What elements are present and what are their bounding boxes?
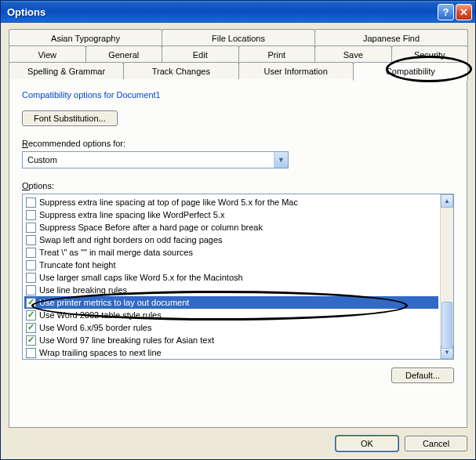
vertical-scrollbar[interactable]: ▲ ▼ bbox=[440, 194, 453, 359]
option-item[interactable]: Use larger small caps like Word 5.x for … bbox=[24, 271, 438, 284]
tab-edit[interactable]: Edit bbox=[162, 45, 239, 63]
options-label: Options: bbox=[22, 181, 454, 190]
font-substitution-button[interactable]: Font Substitution... bbox=[22, 110, 118, 126]
help-icon: ? bbox=[443, 6, 449, 18]
recommended-combo[interactable]: Custom ▼ bbox=[22, 151, 289, 168]
scroll-up-button[interactable]: ▲ bbox=[441, 194, 453, 208]
option-checkbox[interactable] bbox=[26, 210, 36, 220]
tab-compatibility[interactable]: Compatibility bbox=[353, 62, 468, 81]
client-area: Asian Typography File Locations Japanese… bbox=[1, 23, 475, 459]
option-item[interactable]: Use Word 2002 table style rules bbox=[24, 309, 438, 321]
option-label: Use Word 6.x/95 border rules bbox=[39, 323, 151, 332]
option-item[interactable]: Truncate font height bbox=[24, 259, 438, 271]
option-label: Use larger small caps like Word 5.x for … bbox=[39, 273, 243, 282]
scroll-track[interactable] bbox=[441, 208, 453, 346]
option-label: Swap left and right borders on odd facin… bbox=[39, 235, 223, 244]
option-label: Suppress extra line spacing like WordPer… bbox=[39, 210, 224, 219]
options-dialog: Options ? ✕ Asian Typography File Locati… bbox=[0, 0, 476, 460]
tab-user-information[interactable]: User Information bbox=[238, 62, 354, 79]
cancel-button[interactable]: Cancel bbox=[405, 436, 467, 451]
close-button[interactable]: ✕ bbox=[456, 4, 472, 20]
tab-strip: Asian Typography File Locations Japanese… bbox=[9, 29, 467, 79]
option-label: Use line breaking rules bbox=[39, 285, 127, 295]
option-item[interactable]: Swap left and right borders on odd facin… bbox=[24, 234, 438, 246]
compatibility-panel: Compatibility options for Document1 Font… bbox=[9, 79, 467, 428]
option-label: Use printer metrics to lay out document bbox=[39, 298, 189, 307]
tab-spelling-grammar[interactable]: Spelling & Grammar bbox=[9, 62, 124, 79]
tab-japanese-find[interactable]: Japanese Find bbox=[314, 29, 468, 46]
options-listbox[interactable]: Suppress extra line spacing at top of pa… bbox=[22, 194, 454, 360]
option-checkbox[interactable] bbox=[26, 310, 36, 321]
option-checkbox[interactable] bbox=[26, 273, 36, 283]
dialog-button-row: OK Cancel bbox=[9, 428, 467, 451]
option-item[interactable]: Wrap trailing spaces to next line bbox=[24, 346, 438, 359]
option-checkbox[interactable] bbox=[26, 260, 36, 270]
recommended-combo-value: Custom bbox=[23, 155, 274, 165]
option-item[interactable]: Use printer metrics to lay out document bbox=[24, 296, 438, 309]
option-label: Suppress Space Before after a hard page … bbox=[39, 223, 263, 232]
option-checkbox[interactable] bbox=[26, 323, 36, 333]
close-icon: ✕ bbox=[460, 6, 468, 18]
tab-general[interactable]: General bbox=[85, 45, 163, 63]
panel-heading: Compatibility options for Document1 bbox=[22, 90, 454, 100]
ok-button[interactable]: OK bbox=[336, 436, 398, 451]
option-label: Use Word 2002 table style rules bbox=[39, 310, 162, 320]
recommended-label: Recommended options for: bbox=[22, 139, 454, 148]
option-item[interactable]: Use line breaking rules bbox=[24, 284, 438, 296]
option-label: Use Word 97 line breaking rules for Asia… bbox=[39, 335, 214, 345]
help-button[interactable]: ? bbox=[438, 4, 454, 20]
option-item[interactable]: Treat \" as "" in mail merge data source… bbox=[24, 246, 438, 259]
default-button[interactable]: Default... bbox=[391, 368, 454, 383]
option-checkbox[interactable] bbox=[26, 298, 36, 308]
option-checkbox[interactable] bbox=[26, 223, 36, 233]
titlebar: Options ? ✕ bbox=[1, 1, 475, 23]
option-item[interactable]: Use Word 6.x/95 border rules bbox=[24, 321, 438, 334]
option-checkbox[interactable] bbox=[26, 335, 36, 346]
option-item[interactable]: Suppress extra line spacing like WordPer… bbox=[24, 208, 438, 221]
option-label: Suppress extra line spacing at top of pa… bbox=[39, 197, 298, 207]
tab-save[interactable]: Save bbox=[314, 45, 392, 63]
tab-view[interactable]: View bbox=[9, 45, 86, 63]
tab-track-changes[interactable]: Track Changes bbox=[123, 62, 238, 79]
option-item[interactable]: Suppress Space Before after a hard page … bbox=[24, 221, 438, 234]
chevron-down-icon: ▼ bbox=[274, 152, 288, 168]
option-item[interactable]: Use Word 97 line breaking rules for Asia… bbox=[24, 334, 438, 346]
option-label: Truncate font height bbox=[39, 260, 115, 270]
tab-file-locations[interactable]: File Locations bbox=[162, 29, 315, 46]
option-checkbox[interactable] bbox=[26, 248, 36, 258]
option-checkbox[interactable] bbox=[26, 348, 36, 358]
option-checkbox[interactable] bbox=[26, 285, 36, 295]
option-label: Treat \" as "" in mail merge data source… bbox=[39, 248, 193, 257]
window-title: Options bbox=[7, 6, 436, 18]
option-item[interactable]: Suppress extra line spacing at top of pa… bbox=[24, 196, 438, 208]
options-items: Suppress extra line spacing at top of pa… bbox=[23, 194, 440, 359]
option-label: Wrap trailing spaces to next line bbox=[39, 348, 162, 357]
tab-security[interactable]: Security bbox=[391, 45, 469, 63]
scroll-thumb[interactable] bbox=[441, 302, 452, 349]
tab-print[interactable]: Print bbox=[238, 45, 316, 63]
tab-asian-typography[interactable]: Asian Typography bbox=[9, 29, 162, 46]
option-checkbox[interactable] bbox=[26, 197, 36, 208]
option-checkbox[interactable] bbox=[26, 235, 36, 245]
